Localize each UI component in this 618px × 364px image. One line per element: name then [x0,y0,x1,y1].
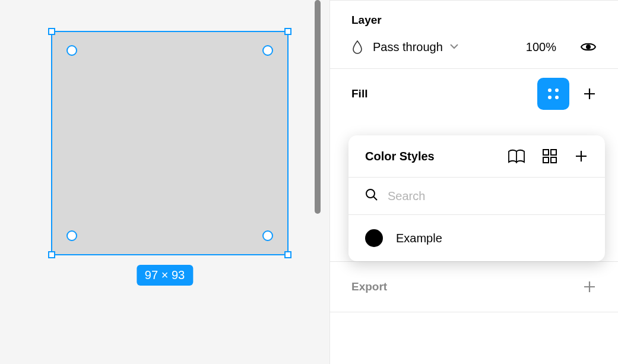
blend-mode-dropdown[interactable]: Pass through [373,40,516,54]
color-style-name: Example [396,232,442,245]
corner-radius-handle-top-right[interactable] [262,45,273,56]
resize-handle-bottom-left[interactable] [48,251,55,258]
add-fill-button[interactable] [582,87,597,101]
blend-mode-icon[interactable] [351,40,363,54]
color-style-item[interactable]: Example [348,220,605,257]
svg-point-5 [366,189,375,198]
chevron-down-icon [450,44,458,50]
layer-section-title: Layer [351,14,382,27]
resize-handle-top-left[interactable] [48,28,55,35]
blend-mode-value: Pass through [373,40,443,54]
apply-styles-button[interactable] [537,78,569,110]
svg-rect-2 [551,150,556,155]
add-export-button[interactable] [582,280,597,294]
corner-radius-handle-bottom-left[interactable] [66,230,77,241]
resize-handle-top-right[interactable] [284,28,291,35]
color-styles-title: Color Styles [365,150,435,163]
grid-view-icon[interactable] [542,148,557,164]
layer-section: Layer Pass through 100% [330,0,618,69]
library-icon[interactable] [508,149,525,163]
color-styles-search-row [348,177,605,214]
color-styles-list: Example [348,214,605,261]
color-styles-search-input[interactable] [388,189,588,203]
create-style-button[interactable] [574,149,588,163]
opacity-value[interactable]: 100% [526,40,556,54]
selection-size-badge: 97 × 93 [137,265,193,286]
fill-section-title: Fill [351,87,367,100]
selected-frame[interactable] [51,31,289,255]
svg-rect-4 [551,157,556,163]
corner-radius-handle-top-left[interactable] [66,45,77,56]
corner-radius-handle-bottom-right[interactable] [262,230,273,241]
resize-handle-bottom-right[interactable] [284,251,291,258]
canvas[interactable]: 97 × 93 [0,0,329,364]
export-section: Export [330,262,618,312]
color-swatch [365,229,383,247]
svg-rect-3 [543,157,549,163]
color-styles-popover: Color Styles Example [348,135,605,261]
styles-icon [547,87,560,100]
search-icon [365,188,378,204]
vertical-scrollbar[interactable] [315,0,321,214]
svg-point-0 [586,45,591,49]
export-section-title: Export [351,280,387,293]
svg-rect-1 [543,150,549,155]
visibility-toggle[interactable] [580,41,597,53]
